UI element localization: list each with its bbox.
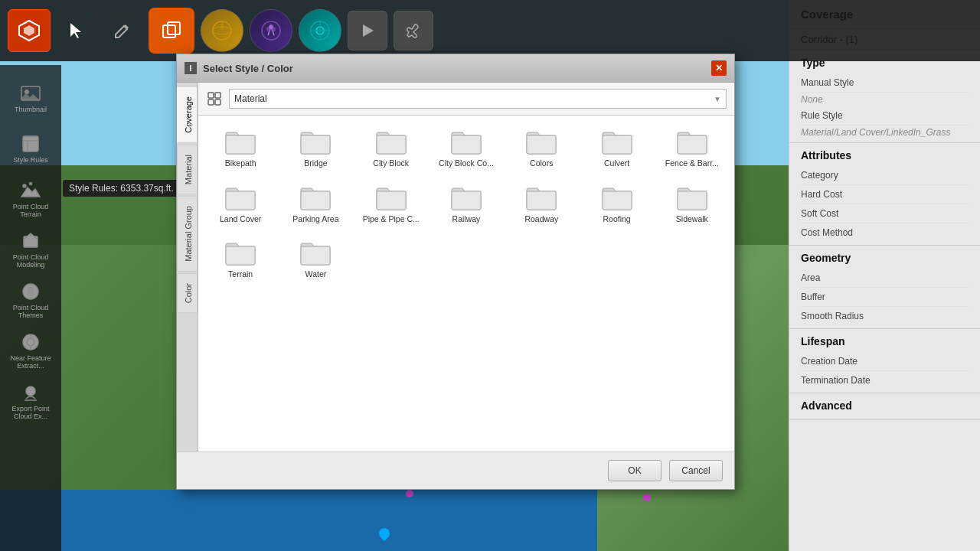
folder-label: City Block xyxy=(373,158,409,168)
tab-material-group[interactable]: Material Group xyxy=(177,196,198,272)
dropdown-arrow-icon: ▼ xyxy=(714,95,721,103)
folder-icon xyxy=(299,128,332,155)
dialog-toolbar: Material ▼ xyxy=(198,83,734,116)
folder-label: Fence & Barr... xyxy=(665,158,719,168)
folder-label: Culvert xyxy=(604,158,629,168)
folder-icon xyxy=(676,128,708,155)
material-dropdown[interactable]: Material ▼ xyxy=(229,89,727,109)
folder-label: City Block Co... xyxy=(439,158,494,168)
folder-item-water[interactable]: Water xyxy=(281,234,350,284)
tab-material[interactable]: Material xyxy=(177,145,198,194)
folder-item-fence-&-barr...[interactable]: Fence & Barr... xyxy=(658,123,727,173)
folder-item-land-cover[interactable]: Land Cover xyxy=(206,179,275,229)
folder-icon xyxy=(525,184,557,211)
folder-label: Pipe & Pipe C... xyxy=(363,214,420,224)
folder-item-pipe-&-pipe-c...[interactable]: Pipe & Pipe C... xyxy=(357,179,426,229)
folder-icon xyxy=(299,239,332,266)
dialog-title-icon: I xyxy=(185,62,197,74)
folder-icon xyxy=(224,239,256,266)
folder-icon xyxy=(450,184,482,211)
folder-label: Terrain xyxy=(228,269,253,279)
folder-label: Colors xyxy=(530,158,553,168)
dialog-tabs: Coverage Material Material Group Color xyxy=(177,83,198,452)
dialog-body: Coverage Material Material Group Color M… xyxy=(177,83,734,452)
svg-rect-34 xyxy=(215,99,220,105)
folder-label: Water xyxy=(305,269,327,279)
folder-icon xyxy=(224,184,256,211)
folder-item-city-block[interactable]: City Block xyxy=(357,123,426,173)
folder-item-sidewalk[interactable]: Sidewalk xyxy=(658,179,727,229)
svg-rect-31 xyxy=(208,93,214,98)
folder-item-bikepath[interactable]: Bikepath xyxy=(206,123,275,173)
dialog-footer: OK Cancel xyxy=(177,452,734,489)
folder-label: Railway xyxy=(452,214,481,224)
folder-icon xyxy=(601,128,633,155)
folder-icon xyxy=(525,128,557,155)
dialog-titlebar: I Select Style / Color ✕ xyxy=(177,54,734,83)
toolbar-nav-icon xyxy=(206,90,223,107)
file-grid-container[interactable]: Bikepath Bridge City Block City Block Co… xyxy=(198,116,734,452)
folder-label: Parking Area xyxy=(292,214,338,224)
tab-coverage[interactable]: Coverage xyxy=(177,86,198,143)
tab-color[interactable]: Color xyxy=(177,273,198,313)
folder-item-parking-area[interactable]: Parking Area xyxy=(281,179,350,229)
folder-label: Bikepath xyxy=(225,158,256,168)
folder-icon xyxy=(375,128,407,155)
folder-label: Sidewalk xyxy=(676,214,708,224)
folder-item-city-block-co...[interactable]: City Block Co... xyxy=(432,123,501,173)
file-grid: Bikepath Bridge City Block City Block Co… xyxy=(206,123,727,284)
folder-item-railway[interactable]: Railway xyxy=(432,179,501,229)
folder-item-roofing[interactable]: Roofing xyxy=(582,179,651,229)
folder-label: Bridge xyxy=(304,158,327,168)
folder-icon xyxy=(299,184,332,211)
dialog-title-text: Select Style / Color xyxy=(203,63,705,74)
dialog-overlay: I Select Style / Color ✕ Coverage Materi… xyxy=(0,0,980,551)
ok-button[interactable]: OK xyxy=(608,460,662,481)
folder-icon xyxy=(375,184,407,211)
folder-icon xyxy=(601,184,633,211)
folder-item-bridge[interactable]: Bridge xyxy=(281,123,350,173)
folder-icon xyxy=(676,184,708,211)
folder-item-culvert[interactable]: Culvert xyxy=(582,123,651,173)
folder-label: Roadway xyxy=(524,214,558,224)
svg-rect-33 xyxy=(208,99,214,105)
dialog-close-button[interactable]: ✕ xyxy=(711,60,727,76)
svg-rect-32 xyxy=(215,93,220,98)
folder-icon xyxy=(224,128,256,155)
folder-icon xyxy=(450,128,482,155)
select-style-dialog: I Select Style / Color ✕ Coverage Materi… xyxy=(176,54,735,490)
cancel-button[interactable]: Cancel xyxy=(669,460,723,481)
folder-item-terrain[interactable]: Terrain xyxy=(206,234,275,284)
folder-label: Land Cover xyxy=(220,214,261,224)
folder-item-colors[interactable]: Colors xyxy=(507,123,576,173)
folder-label: Roofing xyxy=(603,214,630,224)
folder-item-roadway[interactable]: Roadway xyxy=(507,179,576,229)
